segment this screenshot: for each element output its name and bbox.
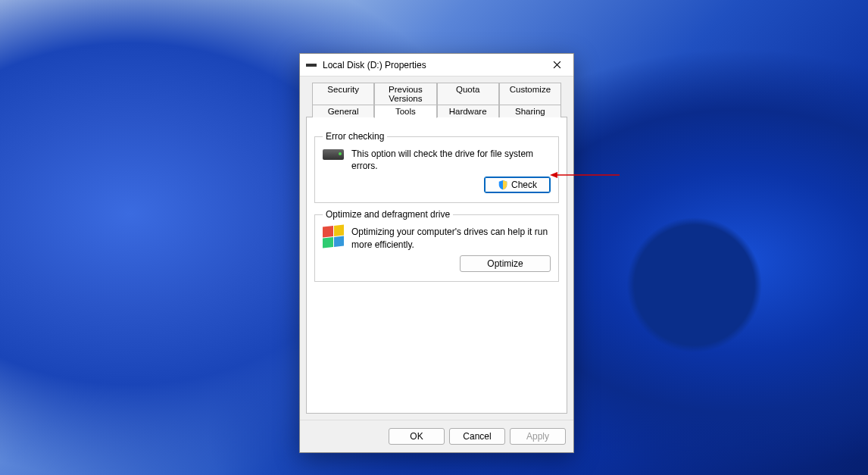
content-area: Security Previous Versions Quota Customi… <box>300 77 573 420</box>
cancel-button[interactable]: Cancel <box>449 428 505 445</box>
ok-button[interactable]: OK <box>389 428 445 445</box>
group-optimize: Optimize and defragment drive Optimizing… <box>314 209 559 281</box>
tab-general[interactable]: General <box>312 105 374 117</box>
defrag-icon <box>323 225 344 248</box>
window-title: Local Disk (D:) Properties <box>323 60 542 70</box>
optimize-text: Optimizing your computer's drives can he… <box>351 226 551 250</box>
shield-icon <box>498 180 508 190</box>
check-button[interactable]: Check <box>484 177 551 193</box>
group-legend-optimize: Optimize and defragment drive <box>323 209 453 220</box>
tab-security[interactable]: Security <box>312 83 374 105</box>
optimize-button-label: Optimize <box>487 258 523 269</box>
tab-hardware[interactable]: Hardware <box>437 105 499 117</box>
check-button-label: Check <box>511 180 537 190</box>
tab-quota[interactable]: Quota <box>437 83 499 105</box>
tab-customize[interactable]: Customize <box>499 83 561 105</box>
drive-icon <box>323 149 344 160</box>
properties-dialog: Local Disk (D:) Properties Security Prev… <box>299 53 574 453</box>
tab-sharing[interactable]: Sharing <box>499 105 561 117</box>
error-checking-text: This option will check the drive for fil… <box>351 148 551 172</box>
dialog-footer: OK Cancel Apply <box>300 420 573 452</box>
group-legend-error-checking: Error checking <box>323 131 387 142</box>
tab-panel-tools: Error checking This option will check th… <box>306 117 567 414</box>
tab-previous-versions[interactable]: Previous Versions <box>374 83 436 105</box>
titlebar[interactable]: Local Disk (D:) Properties <box>300 54 573 77</box>
close-button[interactable] <box>542 55 572 76</box>
optimize-button[interactable]: Optimize <box>460 255 551 272</box>
apply-button[interactable]: Apply <box>510 428 566 445</box>
close-icon <box>553 61 561 69</box>
tab-tools[interactable]: Tools <box>374 105 436 118</box>
drive-title-icon <box>306 64 317 67</box>
tabs: Security Previous Versions Quota Customi… <box>306 77 567 117</box>
group-error-checking: Error checking This option will check th… <box>314 131 559 203</box>
